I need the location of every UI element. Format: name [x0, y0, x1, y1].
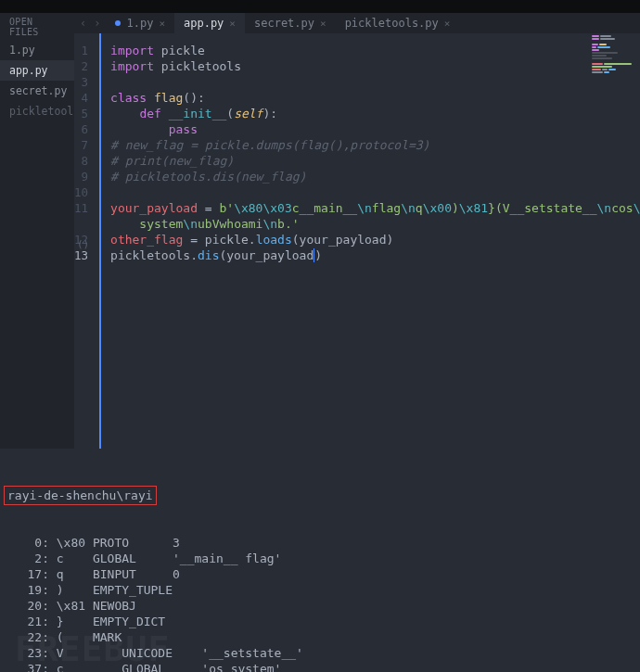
editor-pane: ‹ › 1.py×app.py×secret.py×pickletools.py…	[74, 13, 640, 449]
terminal-line: 22: ( MARK	[6, 629, 634, 645]
tab-1-py[interactable]: 1.py×	[106, 13, 174, 33]
sidebar-header: OPEN FILES	[0, 13, 74, 40]
code-line[interactable]: # print(new_flag)	[110, 153, 640, 169]
code-line[interactable]: # pickletools.dis(new_flag)	[110, 169, 640, 184]
sidebar-item-secret-py[interactable]: secret.py	[0, 81, 74, 101]
terminal-line: 23: V UNICODE '__setstate__'	[6, 645, 634, 661]
terminal-highlight: rayi-de-shenchu\rayi	[6, 488, 155, 503]
line-number: 4	[74, 90, 88, 106]
tab-dirty-icon	[115, 20, 121, 26]
terminal-line: 2: c GLOBAL '__main__ flag'	[6, 551, 634, 566]
code-line[interactable]: import pickletools	[110, 58, 640, 74]
code-line[interactable]	[110, 74, 640, 90]
tab-pickletools-py[interactable]: pickletools.py×	[336, 13, 460, 33]
line-number: 2	[74, 58, 88, 74]
code-line[interactable]: your_payload = b'\x80\x03c__main__\nflag…	[110, 200, 640, 232]
code-line[interactable]: pass	[110, 121, 640, 137]
line-number: 9	[74, 169, 88, 184]
tab-label: app.py	[184, 17, 224, 30]
line-number: 11	[74, 200, 88, 216]
tab-label: pickletools.py	[345, 17, 439, 30]
window-titlebar	[0, 0, 640, 13]
tab-label: 1.py	[126, 17, 153, 30]
line-number: 7	[74, 137, 88, 153]
tab-bar: ‹ › 1.py×app.py×secret.py×pickletools.py…	[74, 13, 640, 33]
minimap[interactable]	[592, 35, 634, 73]
line-number: 5	[74, 106, 88, 121]
bracket-match-indicator: ()	[77, 238, 89, 250]
line-number: 3	[74, 74, 88, 90]
sidebar-item-pickletools-py[interactable]: pickletools.py	[0, 101, 74, 121]
terminal-line: 0: \x80 PROTO 3	[6, 535, 634, 551]
code-area[interactable]: import pickleimport pickletools class fl…	[101, 33, 640, 449]
terminal-line: 37: c GLOBAL 'os system'	[6, 661, 634, 672]
code-line[interactable]: import pickle	[110, 43, 640, 58]
code-line[interactable]: other_flag = pickle.loads(your_payload)	[110, 232, 640, 247]
terminal-line: 19: ) EMPTY_TUPLE	[6, 582, 634, 598]
terminal-line: 17: q BINPUT 0	[6, 566, 634, 582]
tab-label: secret.py	[254, 17, 314, 30]
code-line[interactable]: # new_flag = pickle.dumps(flag(),protoco…	[110, 137, 640, 153]
line-number: 8	[74, 153, 88, 169]
code-line[interactable]: pickletools.dis(your_payload)	[110, 247, 640, 263]
tab-app-py[interactable]: app.py×	[174, 13, 245, 33]
terminal-line: 21: } EMPTY_DICT	[6, 614, 634, 629]
code-line[interactable]	[110, 184, 640, 200]
code-line[interactable]: class flag():	[110, 90, 640, 106]
nav-forward-icon[interactable]: ›	[94, 17, 100, 30]
sidebar-item-app-py[interactable]: app.py	[0, 60, 74, 81]
terminal-line: 20: \x81 NEWOBJ	[6, 598, 634, 614]
tab-nav: ‹ ›	[74, 13, 106, 33]
line-number: 10	[74, 184, 88, 200]
terminal[interactable]: rayi-de-shenchu\rayi 0: \x80 PROTO 3 2: …	[0, 449, 640, 672]
line-number: 6	[74, 121, 88, 137]
tab-secret-py[interactable]: secret.py×	[245, 13, 336, 33]
sidebar: OPEN FILES 1.pyapp.pysecret.pypickletool…	[0, 13, 74, 449]
sidebar-item-1-py[interactable]: 1.py	[0, 40, 74, 60]
nav-back-icon[interactable]: ‹	[80, 17, 86, 30]
line-number: 1	[74, 43, 88, 58]
code-line[interactable]: def __init__(self):	[110, 106, 640, 121]
close-icon[interactable]: ×	[159, 18, 165, 30]
close-icon[interactable]: ×	[444, 18, 451, 30]
close-icon[interactable]: ×	[320, 18, 326, 30]
close-icon[interactable]: ×	[229, 18, 236, 30]
